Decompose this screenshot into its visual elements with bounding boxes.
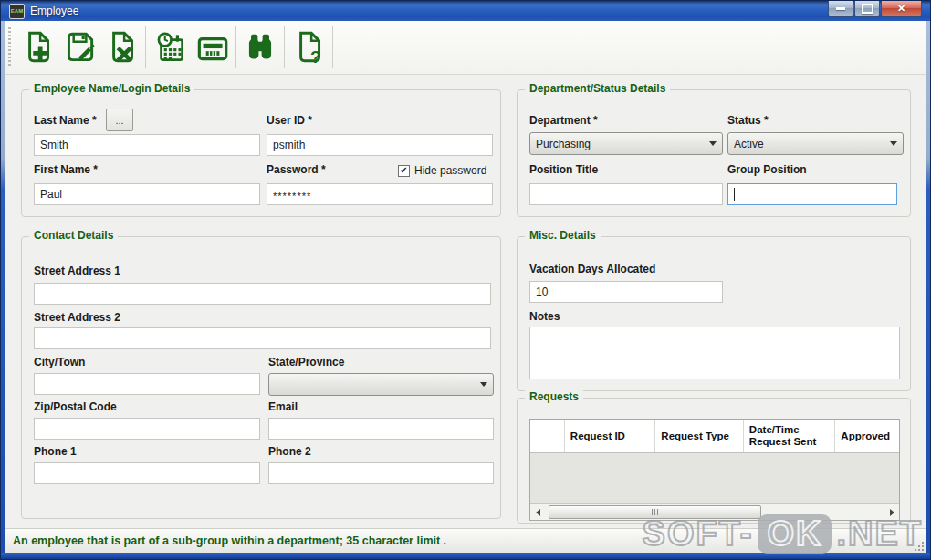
city-town-label: City/Town <box>34 356 85 368</box>
notes-input[interactable] <box>529 327 900 379</box>
save-record-button[interactable] <box>58 26 100 69</box>
requests-horizontal-scrollbar <box>530 503 899 520</box>
email-label: Email <box>268 400 298 413</box>
first-name-input[interactable]: Paul <box>34 183 260 205</box>
scroll-left-button[interactable] <box>530 504 545 520</box>
status-dropdown[interactable]: Active <box>727 132 904 155</box>
state-province-dropdown[interactable] <box>268 373 494 396</box>
scroll-right-button[interactable] <box>884 504 899 520</box>
street-address-2-label: Street Address 2 <box>34 311 120 324</box>
last-name-input[interactable]: Smith <box>34 134 260 156</box>
department-value: Purchasing <box>536 138 706 150</box>
binoculars-search-icon <box>241 28 279 67</box>
phone-1-label: Phone 1 <box>34 445 77 458</box>
first-name-label: First Name * <box>34 163 98 176</box>
hide-password-checkbox[interactable] <box>398 165 410 177</box>
window-border-left <box>1 21 5 559</box>
vacation-days-label: Vacation Days Allocated <box>529 263 655 275</box>
employee-window: EAM Employee ✕ <box>0 0 931 560</box>
new-record-button[interactable] <box>16 26 58 69</box>
column-header-request-type[interactable]: Request Type <box>655 420 744 452</box>
app-icon: EAM <box>9 4 25 19</box>
arrow-right-icon <box>890 509 894 516</box>
minimize-button[interactable] <box>828 1 853 17</box>
state-province-label: State/Province <box>268 356 344 368</box>
column-header-request-id[interactable]: Request ID <box>565 420 655 452</box>
group-title: Contact Details <box>29 229 118 242</box>
titlebar[interactable]: EAM Employee ✕ <box>1 1 930 21</box>
zip-postal-code-label: Zip/Postal Code <box>34 400 117 413</box>
cancel-record-button[interactable] <box>100 26 142 69</box>
group-contact-details: Contact Details Street Address 1 Street … <box>21 236 501 519</box>
position-title-input[interactable] <box>529 183 723 205</box>
date-time-button[interactable] <box>149 26 191 69</box>
street-address-2-input[interactable] <box>34 327 491 349</box>
zip-postal-code-input[interactable] <box>34 418 260 440</box>
toolbar-separator <box>332 26 333 68</box>
minimize-icon <box>836 7 845 10</box>
hide-password-label: Hide password <box>414 164 486 177</box>
card-view-icon <box>193 28 231 67</box>
last-name-browse-button[interactable]: ... <box>106 109 133 131</box>
help-document-icon: ? <box>289 28 328 67</box>
status-value: Active <box>734 138 886 150</box>
card-view-button[interactable] <box>191 26 233 69</box>
group-title: Requests <box>525 390 583 403</box>
chevron-down-icon <box>709 141 717 146</box>
city-town-input[interactable] <box>34 373 260 395</box>
svg-text:?: ? <box>310 47 321 67</box>
password-label: Password * <box>267 163 326 176</box>
window-border-bottom <box>1 553 930 559</box>
close-icon: ✕ <box>897 3 905 15</box>
position-title-label: Position Title <box>529 163 598 176</box>
maximize-icon <box>862 4 873 14</box>
chevron-down-icon <box>480 382 487 387</box>
street-address-1-input[interactable] <box>34 283 491 305</box>
group-department-status: Department/Status Details Department * S… <box>517 89 911 217</box>
group-title: Employee Name/Login Details <box>29 82 194 95</box>
password-input[interactable]: ******** <box>267 183 493 205</box>
group-requests: Requests Request ID Request Type Date/Ti… <box>517 398 911 524</box>
email-input[interactable] <box>268 418 494 440</box>
save-record-icon <box>60 28 99 67</box>
group-position-label: Group Position <box>727 163 807 176</box>
hide-password-checkrow: Hide password <box>398 164 486 177</box>
text-caret <box>734 188 735 201</box>
group-title: Department/Status Details <box>525 82 670 95</box>
window-controls: ✕ <box>827 1 922 17</box>
phone-2-label: Phone 2 <box>268 445 311 458</box>
notes-label: Notes <box>529 310 560 323</box>
toolbar-grip[interactable] <box>8 27 11 67</box>
toolbar-separator <box>284 26 285 68</box>
column-header-date-time-request-sent[interactable]: Date/Time Request Sent <box>744 420 835 452</box>
scrollbar-grip-icon <box>654 509 655 515</box>
phone-2-input[interactable] <box>268 462 494 484</box>
window-title: Employee <box>30 5 78 17</box>
department-dropdown[interactable]: Purchasing <box>529 132 723 155</box>
requests-table-header: Request ID Request Type Date/Time Reques… <box>530 420 899 453</box>
help-button[interactable]: ? <box>288 26 330 69</box>
user-id-input[interactable]: psmith <box>267 134 493 156</box>
column-header-row-selector[interactable] <box>530 420 565 452</box>
department-label: Department * <box>529 114 598 127</box>
group-position-input[interactable] <box>727 183 897 205</box>
toolbar-separator <box>145 26 146 68</box>
resize-grip[interactable] <box>913 540 924 551</box>
search-button[interactable] <box>239 26 281 69</box>
vacation-days-input[interactable]: 10 <box>529 281 723 303</box>
maximize-button[interactable] <box>854 1 880 17</box>
phone-1-input[interactable] <box>34 462 260 484</box>
scrollbar-thumb[interactable] <box>549 505 761 519</box>
last-name-label: Last Name * <box>34 114 97 127</box>
toolbar-separator <box>235 26 236 68</box>
arrow-left-icon <box>536 509 540 516</box>
requests-table-body <box>530 453 899 503</box>
close-button[interactable]: ✕ <box>881 1 922 17</box>
status-label: Status * <box>727 114 769 127</box>
window-border-right <box>926 21 930 559</box>
status-bar: An employee that is part of a sub-group … <box>5 528 926 553</box>
column-header-approved[interactable]: Approved <box>835 420 899 452</box>
scrollbar-track[interactable] <box>545 504 884 520</box>
chevron-down-icon <box>890 141 897 146</box>
new-record-icon <box>18 28 57 67</box>
